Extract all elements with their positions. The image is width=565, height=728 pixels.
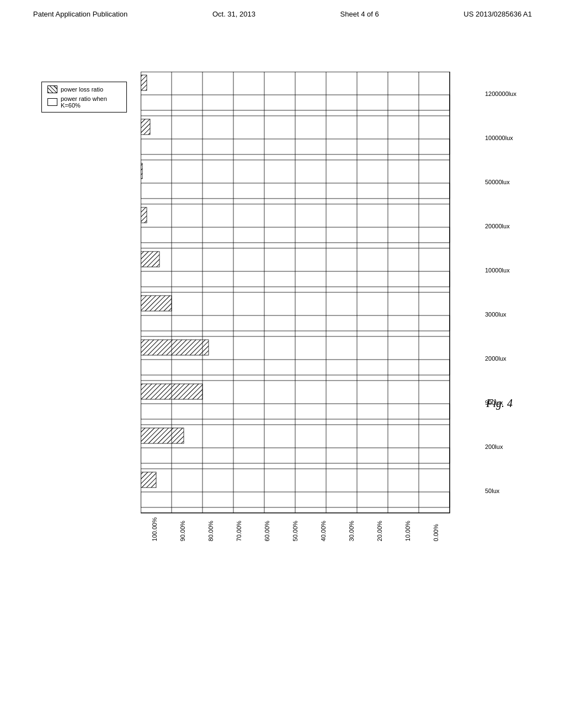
page-header: Patent Application Publication Oct. 31, … [0, 0, 565, 18]
y-label-50000lux: 50000lux [485, 179, 510, 185]
legend-icon-hatched [47, 85, 57, 93]
x-label-80: 80.00% [207, 517, 214, 541]
x-label-50: 50.00% [292, 517, 299, 541]
legend-icon-empty [47, 98, 57, 106]
y-label-10000lux: 10000lux [485, 267, 510, 274]
x-label-30: 30.00% [348, 517, 355, 541]
legend-item-hatched: power loss ratio [47, 85, 121, 93]
y-label-3000lux: 3000lux [485, 311, 507, 318]
legend-label-empty: power ratio when K=60% [61, 95, 121, 109]
header-date: Oct. 31, 2013 [212, 10, 255, 18]
y-label-50lux: 50lux [485, 488, 499, 494]
bar-hatched-1200000lux [141, 75, 147, 90]
x-axis-labels: 100.00% 90.00% 80.00% 70.00% 60.00% 50.0… [141, 517, 450, 541]
y-label-200lux: 200lux [485, 443, 503, 450]
x-label-90: 90.00% [179, 517, 186, 541]
x-label-70: 70.00% [236, 517, 242, 541]
y-label-100000lux: 100000lux [485, 135, 513, 141]
bar-hatched-200lux [141, 428, 184, 443]
header-left: Patent Application Publication [33, 10, 127, 18]
chart-content [141, 72, 450, 513]
bar-hatched-3000lux [141, 296, 172, 311]
legend-item-empty: power ratio when K=60% [47, 95, 121, 109]
legend-label-hatched: power loss ratio [61, 86, 103, 93]
x-label-10: 10.00% [404, 517, 411, 541]
main-chart-svg [141, 72, 516, 568]
header-patent: US 2013/0285636 A1 [463, 10, 532, 18]
bar-hatched-900lux [141, 384, 202, 399]
x-label-60: 60.00% [264, 517, 270, 541]
y-label-20000lux: 20000lux [485, 223, 510, 229]
x-label-20: 20.00% [376, 517, 383, 541]
bar-hatched-50lux [141, 472, 156, 488]
bar-hatched-20000lux [141, 207, 147, 223]
x-label-100: 100.00% [151, 517, 158, 541]
x-label-0: 0.00% [433, 517, 439, 541]
bar-hatched-50000lux [141, 163, 142, 179]
y-label-2000lux: 2000lux [485, 355, 507, 362]
figure-label: Fig. 4 [486, 397, 513, 410]
bar-hatched-10000lux [141, 251, 159, 267]
header-sheet: Sheet 4 of 6 [340, 10, 379, 18]
bar-hatched-2000lux [141, 340, 209, 355]
y-axis-right-labels: 1200000lux 100000lux 50000lux 20000lux 1… [485, 72, 535, 513]
y-label-1200000lux: 1200000lux [485, 90, 516, 97]
x-label-40: 40.00% [320, 517, 327, 541]
chart-legend: power loss ratio power ratio when K=60% [41, 82, 127, 113]
bar-hatched-100000lux [141, 119, 150, 135]
